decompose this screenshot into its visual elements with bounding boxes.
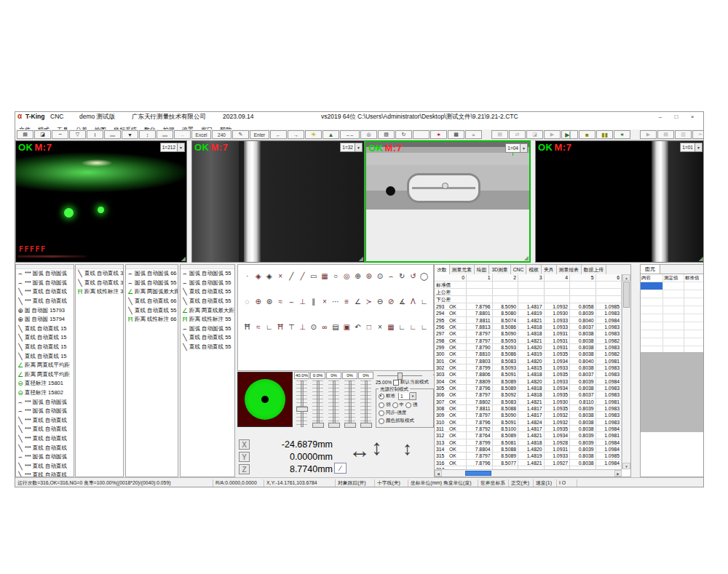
element-row[interactable] (641, 322, 704, 330)
table-row[interactable]: 301OK7.88038.50831.48201.09340.80401.098… (435, 358, 622, 364)
scroll-right-icon[interactable]: ▶ (614, 470, 622, 477)
table-row[interactable]: 311OK7.87928.51001.48171.09350.80381.098… (435, 426, 622, 432)
image-button[interactable]: ▲ (323, 130, 339, 139)
resize-handle-icon[interactable]: ◢ (181, 255, 186, 262)
table-tab-5[interactable]: CNC (511, 265, 527, 274)
measure-item[interactable]: ⌢圆弧 自动圆弧 55 (126, 279, 178, 288)
excel-export-button[interactable]: Excel (191, 130, 211, 139)
mode-mid-radio[interactable] (392, 402, 398, 408)
toolbox-tool-icon[interactable]: ◌ (242, 296, 253, 307)
measure-item[interactable]: ⌢*** 圆弧 自动圆弧 (16, 269, 74, 279)
toolbox-tool-icon[interactable]: ⊤ (286, 322, 297, 332)
open-file-button[interactable]: ◪ (34, 130, 51, 139)
light-channel-slider[interactable]: 40.0% (294, 372, 309, 428)
tab-element[interactable]: 图元 (641, 265, 660, 274)
slider-track[interactable] (294, 380, 309, 427)
intensity-slider[interactable] (377, 372, 422, 378)
default-mode-checkbox[interactable] (393, 380, 399, 386)
toolbox-tool-icon[interactable]: ↺ (408, 271, 419, 282)
toolbox-tool-icon[interactable]: · (242, 271, 253, 282)
toolbox-tool-icon[interactable]: ⊕ (352, 271, 363, 282)
light-bulb-button[interactable]: ☀ (305, 130, 322, 139)
measure-item[interactable]: ╲直线 自动直线 55 (126, 306, 178, 315)
measure-item[interactable]: ╲直线 自动直线 15 (16, 333, 74, 343)
slider-thumb[interactable] (360, 423, 372, 428)
toolbox-tool-icon[interactable]: ⊘ (385, 296, 396, 307)
save-button[interactable]: ▤ (17, 130, 33, 139)
table-row[interactable]: 310OK7.87968.50911.48241.09320.80381.098… (435, 419, 622, 426)
dropdown-icon[interactable]: ▼ (520, 144, 527, 152)
table-row[interactable]: 303OK7.88068.50911.48181.09350.80371.098… (435, 371, 622, 378)
table-row[interactable]: 300OK7.88108.50861.48191.09350.80381.098… (435, 351, 622, 357)
mode-strong-radio[interactable] (405, 402, 411, 408)
slider-thumb[interactable] (397, 372, 403, 380)
toolbox-tool-icon[interactable]: ⊥ (297, 322, 308, 332)
light-channel-select[interactable]: 1 ▼ (398, 392, 416, 400)
element-row[interactable] (641, 306, 704, 314)
toolbox-tool-icon[interactable]: ▦ (385, 322, 396, 332)
toolbox-tool-icon[interactable]: □ (363, 322, 374, 332)
toolbox-tool-icon[interactable]: ∞ (319, 322, 330, 332)
table-tab-2[interactable]: 测量元素 (450, 265, 475, 274)
measure-item[interactable]: ╲*** 直线 自动直线 (16, 416, 74, 426)
measure-item[interactable]: ╲直线 自动直线 55 (181, 333, 234, 343)
element-row[interactable] (641, 298, 704, 306)
run-button[interactable]: ▶ (544, 130, 561, 139)
table-row[interactable]: 306OK7.87978.50921.48181.09350.80371.098… (435, 391, 622, 398)
enter-button[interactable]: Enter (250, 130, 269, 139)
toolbox-tool-icon[interactable]: ╱ (297, 271, 308, 282)
measure-item[interactable]: Ħ距离 线性标注 66 (126, 315, 178, 324)
toolbox-tool-icon[interactable]: ▣ (341, 322, 352, 332)
resize-handle-icon[interactable]: ◢ (524, 255, 529, 261)
table-row[interactable]: 298OK7.87978.50931.48211.09310.80381.098… (435, 338, 622, 344)
vertical-scrollbar[interactable]: ▲ ▼ (622, 274, 630, 469)
cut-button[interactable]: ✂ (692, 130, 704, 139)
toolbox-tool-icon[interactable]: ▦ (319, 271, 330, 282)
toolbox-tool-icon[interactable]: ⊛ (363, 271, 374, 282)
measure-item[interactable]: ∠距离 两直线最大距 (181, 306, 234, 315)
toolbox-tool-icon[interactable]: ⊕ (253, 296, 264, 307)
toolbox-tool-icon[interactable]: ⋯ (331, 296, 341, 307)
toolbox-tool-icon[interactable]: ⌢ (385, 271, 396, 282)
element-row[interactable] (641, 282, 704, 290)
measure-item[interactable]: ╲*** 直线 自动直线 (16, 443, 74, 453)
measure-item[interactable]: ∠距离 两圆弧最大距 (126, 287, 178, 297)
table-row[interactable]: 305OK7.87968.50891.48181.09340.80381.098… (435, 385, 622, 391)
save-program-button[interactable]: ▤ (491, 130, 508, 139)
toolbox-tool-icon[interactable]: ∡ (397, 296, 408, 307)
measure-item[interactable]: ⌢*** 圆弧 自动圆弧 (16, 407, 74, 416)
light-channel-slider[interactable]: 0% (342, 372, 357, 428)
measure-item[interactable]: ⌢*** 圆弧 自动圆弧 (16, 453, 74, 462)
diagonal-move-button[interactable]: ∕ (334, 463, 347, 474)
element-row[interactable] (641, 314, 704, 322)
table-tab-9[interactable]: 数据上传 (582, 265, 606, 274)
jog-z-icon[interactable]: ↕ (403, 437, 412, 460)
toolbox-tool-icon[interactable]: ∟ (397, 322, 408, 332)
trace-button[interactable]: ↻ (395, 130, 412, 139)
measure-item[interactable]: ╲*** 直线 自动直线 (16, 425, 74, 434)
table-row[interactable]: 294OK7.88018.50801.48191.09300.80391.098… (435, 310, 622, 316)
table-tab-4[interactable]: 3D测量 (489, 265, 510, 274)
magnifier-button[interactable]: ◎ (360, 130, 377, 139)
open-program-button[interactable]: ◪ (526, 130, 543, 139)
toolbox-tool-icon[interactable]: ⊥ (297, 296, 308, 307)
toolbox-tool-icon[interactable]: ◎ (341, 271, 352, 282)
minimize-button[interactable]: – (652, 113, 668, 121)
toolbox-tool-icon[interactable]: ↶ (352, 322, 363, 332)
toolbox-tool-icon[interactable]: × (319, 296, 330, 307)
print-button[interactable]: ▥ (675, 130, 692, 139)
mode-color-radio[interactable] (379, 418, 384, 424)
element-row[interactable] (641, 338, 704, 346)
scroll-left-icon[interactable]: ◀ (435, 470, 442, 477)
measure-item[interactable]: ╲直线 自动直线 55 (181, 287, 234, 297)
table-row[interactable]: 297OK7.87978.50901.48181.09310.80381.098… (435, 330, 622, 337)
measure-item[interactable]: ╲*** 直线 自动直线 (16, 297, 74, 306)
mode-standard-radio[interactable] (379, 394, 384, 399)
resize-handle-icon[interactable]: ◢ (699, 255, 703, 262)
toolbox-tool-icon[interactable]: ∥ (308, 296, 319, 307)
element-row[interactable] (641, 290, 704, 298)
tools-button[interactable]: ✶ (614, 130, 630, 139)
measure-item[interactable]: ∠距离 两直线平均距 (16, 361, 74, 370)
measure-item[interactable]: ⌢圆弧 自动圆弧 55 (181, 279, 234, 288)
table-tab-7[interactable]: 夹具 (542, 265, 557, 274)
